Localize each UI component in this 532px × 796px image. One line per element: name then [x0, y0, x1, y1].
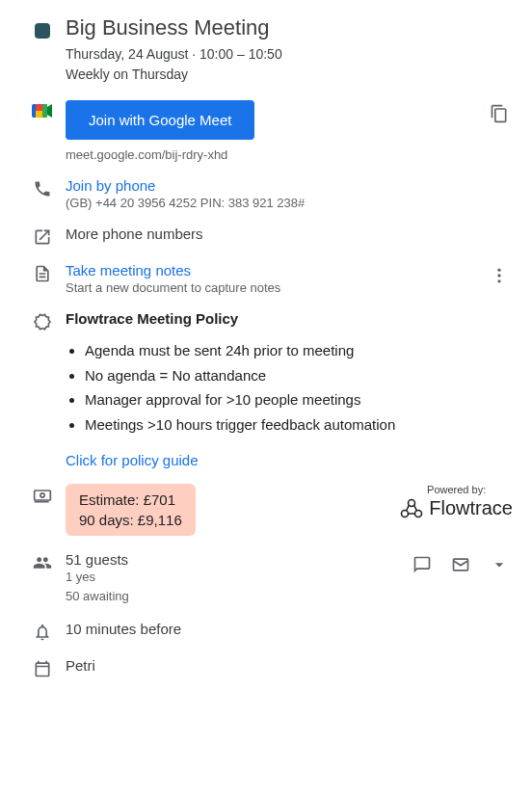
- svg-point-0: [497, 269, 500, 272]
- cost-estimate-box: Estimate: £701 90 days: £9,116: [66, 484, 196, 536]
- meet-link-text: meet.google.com/bij-rdry-xhd: [66, 147, 486, 162]
- guest-yes: 1 yes: [66, 568, 409, 587]
- estimate-line2: 90 days: £9,116: [79, 510, 182, 530]
- flowtrace-logo-icon: [400, 498, 423, 519]
- external-link-icon: [33, 227, 52, 247]
- guest-awaiting: 50 awaiting: [66, 587, 409, 606]
- powered-by-block: Powered by: Flowtrace: [400, 484, 513, 519]
- reminder-text: 10 minutes before: [66, 621, 513, 637]
- policy-title: Flowtrace Meeting Policy: [66, 310, 513, 327]
- svg-point-8: [415, 510, 422, 517]
- policy-item: Manager approval for >10 people meetings: [85, 387, 513, 412]
- people-icon: [33, 553, 52, 572]
- svg-rect-5: [35, 501, 49, 503]
- estimate-line1: Estimate: £701: [79, 490, 182, 510]
- phone-details: (GB) +44 20 3956 4252 PIN: 383 921 238#: [66, 196, 513, 210]
- policy-guide-link[interactable]: Click for policy guide: [66, 452, 513, 468]
- more-phone-numbers-link[interactable]: More phone numbers: [66, 226, 513, 242]
- svg-rect-3: [35, 491, 51, 500]
- email-icon[interactable]: [447, 551, 474, 578]
- event-color-chip: [35, 23, 50, 39]
- join-by-phone-link[interactable]: Join by phone: [66, 177, 513, 194]
- svg-point-7: [402, 510, 409, 517]
- calendar-icon: [33, 659, 52, 678]
- copy-icon[interactable]: [486, 100, 513, 127]
- verified-badge-icon: [33, 312, 52, 332]
- event-datetime: Thursday, 24 August · 10:00 – 10:50: [66, 44, 513, 65]
- chevron-down-icon[interactable]: [486, 551, 513, 578]
- phone-icon: [33, 179, 52, 199]
- policy-item: No agenda = No attandance: [85, 363, 513, 388]
- flowtrace-brand-text: Flowtrace: [429, 497, 513, 519]
- take-notes-link[interactable]: Take meeting notes: [66, 262, 486, 279]
- event-title: Big Business Meeting: [66, 15, 513, 40]
- svg-point-1: [497, 274, 500, 277]
- chat-icon[interactable]: [409, 551, 436, 578]
- event-recurrence: Weekly on Thursday: [66, 65, 513, 85]
- more-options-icon[interactable]: [486, 262, 513, 289]
- bell-icon: [33, 623, 52, 642]
- calendar-owner: Petri: [66, 657, 513, 674]
- google-meet-icon: [32, 102, 53, 118]
- policy-list: Agenda must be sent 24h prior to meeting…: [66, 338, 513, 437]
- guest-count: 51 guests: [66, 551, 409, 568]
- document-icon: [33, 264, 52, 283]
- policy-item: Meetings >10 hours trigger feedback auto…: [85, 412, 513, 438]
- powered-by-label: Powered by:: [400, 484, 513, 495]
- svg-point-4: [40, 493, 44, 497]
- money-icon: [33, 486, 52, 505]
- join-meet-button[interactable]: Join with Google Meet: [66, 100, 254, 140]
- notes-subtitle: Start a new document to capture notes: [66, 280, 486, 295]
- policy-item: Agenda must be sent 24h prior to meeting: [85, 338, 513, 363]
- svg-point-2: [497, 279, 500, 282]
